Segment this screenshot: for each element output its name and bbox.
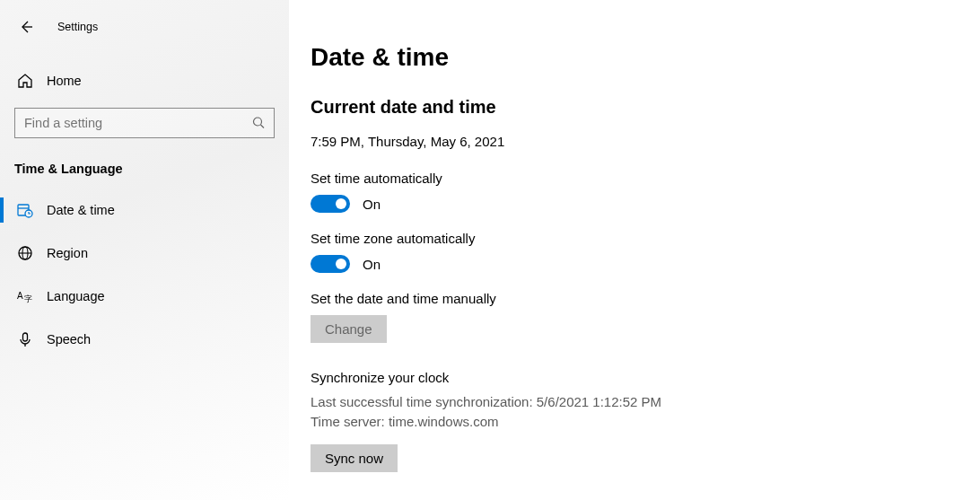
auto-time-state: On xyxy=(363,197,381,212)
sync-info: Last successful time synchronization: 5/… xyxy=(311,392,980,432)
sidebar: Settings Home Time & Language Date & tim… xyxy=(0,0,289,500)
calendar-clock-icon xyxy=(16,202,34,218)
back-button[interactable] xyxy=(16,17,36,37)
auto-time-row: On xyxy=(311,195,980,213)
section-title: Time & Language xyxy=(14,162,289,176)
svg-line-1 xyxy=(261,125,265,128)
change-button[interactable]: Change xyxy=(311,315,387,343)
current-datetime: 7:59 PM, Thursday, May 6, 2021 xyxy=(311,134,980,149)
nav-item-label: Speech xyxy=(47,332,91,346)
sync-last: Last successful time synchronization: 5/… xyxy=(311,392,980,412)
search-container xyxy=(14,108,275,138)
search-input[interactable] xyxy=(14,108,275,138)
titlebar: Settings xyxy=(0,16,289,38)
nav-date-time[interactable]: Date & time xyxy=(0,189,289,232)
sync-server: Time server: time.windows.com xyxy=(311,412,980,432)
auto-tz-state: On xyxy=(363,257,381,272)
home-nav[interactable]: Home xyxy=(0,65,289,97)
svg-text:字: 字 xyxy=(24,294,32,303)
home-label: Home xyxy=(47,74,82,88)
auto-tz-row: On xyxy=(311,255,980,273)
nav-item-label: Region xyxy=(47,246,88,260)
nav-list: Date & time Region A字 Language Speech xyxy=(0,189,289,361)
svg-rect-10 xyxy=(23,333,28,341)
sync-section: Synchronize your clock Last successful t… xyxy=(311,370,980,472)
main-content: Date & time Current date and time 7:59 P… xyxy=(289,0,980,500)
current-heading: Current date and time xyxy=(311,97,980,118)
globe-icon xyxy=(16,245,34,261)
sync-heading: Synchronize your clock xyxy=(311,370,980,385)
nav-speech[interactable]: Speech xyxy=(0,318,289,361)
language-icon: A字 xyxy=(16,288,34,304)
svg-point-0 xyxy=(254,118,262,126)
nav-language[interactable]: A字 Language xyxy=(0,275,289,318)
auto-time-toggle[interactable] xyxy=(311,195,350,213)
auto-time-label: Set time automatically xyxy=(311,171,980,186)
arrow-left-icon xyxy=(19,20,33,34)
nav-item-label: Date & time xyxy=(47,203,115,217)
microphone-icon xyxy=(16,331,34,347)
search-icon xyxy=(252,117,266,130)
auto-tz-toggle[interactable] xyxy=(311,255,350,273)
nav-region[interactable]: Region xyxy=(0,232,289,275)
svg-text:A: A xyxy=(17,291,23,301)
app-title: Settings xyxy=(57,21,98,33)
page-title: Date & time xyxy=(311,43,980,72)
sync-now-button[interactable]: Sync now xyxy=(311,444,398,472)
auto-tz-label: Set time zone automatically xyxy=(311,231,980,246)
nav-item-label: Language xyxy=(47,289,105,303)
manual-label: Set the date and time manually xyxy=(311,291,980,306)
home-icon xyxy=(16,73,34,89)
